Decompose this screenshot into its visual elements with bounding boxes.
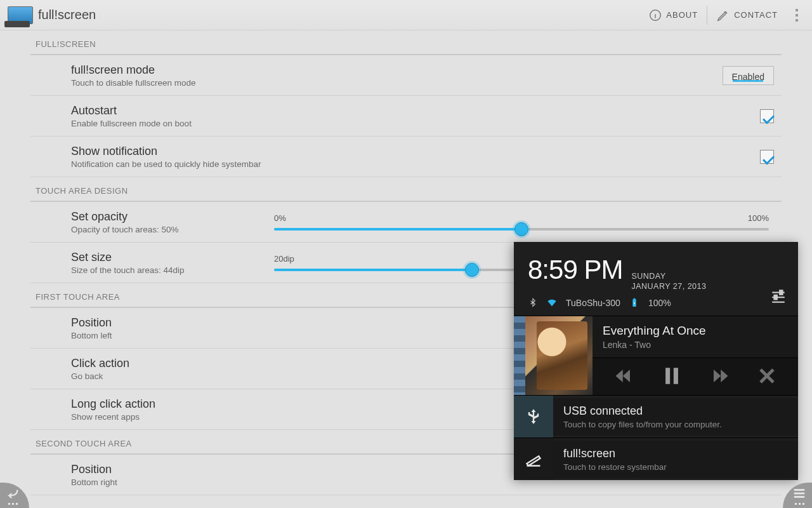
checkbox-notification[interactable] [760,150,774,164]
app-title: full!screen [38,8,96,22]
section-header-touch-design: TOUCH AREA DESIGN [30,177,782,202]
notification-header[interactable]: 8:59 PM SUNDAY JANUARY 27, 2013 TuBoShu-… [514,242,798,316]
row-sub: Show recent apps [71,412,261,422]
row-title: Position [71,316,261,330]
battery-charging-icon [629,298,639,308]
row-autostart[interactable]: Autostart Enable fullscreen mode on boot [30,96,782,137]
media-prev-button[interactable] [614,366,633,387]
row-title: Long click action [71,398,261,411]
svg-rect-11 [674,368,678,384]
svg-rect-8 [780,290,782,295]
pencil-icon [716,8,730,22]
wifi-ssid: TuBoShu-300 [566,298,620,308]
row-sub: Size of the touch areas: 44dip [71,265,261,275]
media-track-title: Everything At Once [603,324,788,338]
svg-rect-9 [775,295,777,300]
info-icon [648,8,662,22]
slider-min-label: 20dip [274,254,294,264]
quick-settings-button[interactable] [770,288,787,307]
row-title: Click action [71,357,261,370]
back-icon [6,486,20,500]
pause-icon [661,365,683,387]
row-sub: Opacity of touch areas: 50% [71,225,261,234]
clock-day: SUNDAY [631,271,706,281]
svg-rect-4 [634,298,636,299]
clock: 8:59 PM [528,255,622,285]
row-sub: Bottom left [71,331,261,340]
contact-label: CONTACT [734,10,778,20]
recents-icon [792,486,806,500]
slider-max-label: 100% [748,213,769,223]
battery-percent: 100% [648,298,671,308]
row-sub: Touch to disable fullscreen mode [71,78,261,88]
checkbox-autostart[interactable] [760,109,774,123]
row-sub: Enable fullscreen mode on boot [71,119,261,128]
actionbar: full!screen ABOUT CONTACT [0,0,812,30]
skip-back-icon [614,366,633,385]
media-next-button[interactable] [710,366,730,387]
contact-button[interactable]: CONTACT [707,0,787,30]
row-title: Set size [71,251,261,264]
usb-title: USB connected [563,404,788,418]
row-sub: Bottom right [71,478,261,487]
overflow-menu-button[interactable] [787,9,807,22]
about-label: ABOUT [666,10,698,20]
media-close-button[interactable] [757,366,776,387]
row-set-opacity[interactable]: Set opacity Opacity of touch areas: 50% … [30,202,782,243]
media-artist: Lenka - Two [603,340,788,350]
row-sub: Go back [71,371,261,381]
row-fullscreen-mode[interactable]: full!screen mode Touch to disable fullsc… [30,55,782,96]
usb-sub: Touch to copy files to/from your compute… [563,420,788,429]
media-notification[interactable]: Everything At Once Lenka - Two [514,316,798,395]
about-button[interactable]: ABOUT [639,0,707,30]
media-pause-button[interactable] [661,365,683,389]
app-notif-title: full!screen [563,447,788,460]
enabled-toggle[interactable]: Enabled [723,66,774,85]
row-title: Set opacity [71,210,261,224]
notification-panel: 8:59 PM SUNDAY JANUARY 27, 2013 TuBoShu-… [514,242,798,481]
wifi-icon [547,298,557,308]
section-header-fullscreen: FULL!SCREEN [30,30,782,55]
row-title: Autostart [71,104,261,117]
svg-rect-10 [665,368,670,384]
bluetooth-icon [528,298,538,308]
row-sub: Notification can be used to quickly hide… [71,159,261,169]
row-title: full!screen mode [71,64,261,77]
album-art [514,316,593,395]
app-icon [8,6,33,24]
slider-min-label: 0% [274,213,286,223]
app-notification[interactable]: full!screen Touch to restore systembar [514,438,798,480]
app-notif-sub: Touch to restore systembar [563,462,788,472]
usb-icon [525,408,542,425]
fullscreen-restore-icon [525,450,542,468]
close-icon [757,366,776,385]
row-title: Position [71,463,261,476]
clock-date: JANUARY 27, 2013 [631,281,706,291]
row-click-action-2[interactable]: Click action [30,495,782,508]
opacity-slider[interactable]: 0% 100% [261,213,782,231]
row-title: Show notification [71,145,261,158]
usb-notification[interactable]: USB connected Touch to copy files to/fro… [514,395,798,438]
row-show-notification[interactable]: Show notification Notification can be us… [30,137,782,177]
skip-forward-icon [710,366,730,385]
